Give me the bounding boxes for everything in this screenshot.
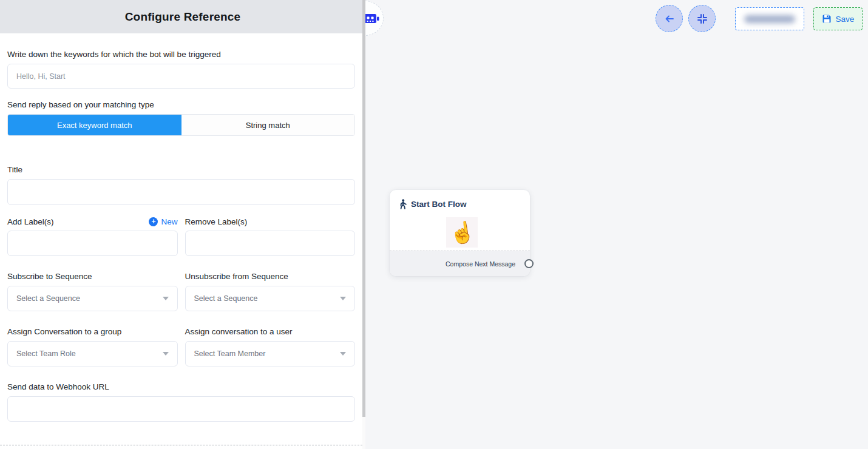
remove-labels-label: Remove Label(s) xyxy=(185,217,248,226)
assign-group-value: Select Team Role xyxy=(16,349,76,358)
subscribe-sequence-value: Select a Sequence xyxy=(16,294,80,303)
start-bot-flow-node[interactable]: Start Bot Flow ☝ Compose Next Message xyxy=(390,190,530,276)
title-input[interactable] xyxy=(7,179,355,205)
subscribe-sequence-select[interactable]: Select a Sequence xyxy=(7,286,178,311)
blurred-action-button[interactable] xyxy=(735,7,804,30)
panel-scrollbar-track[interactable] xyxy=(362,0,365,449)
walking-person-icon xyxy=(398,199,407,209)
new-label-button[interactable]: + New xyxy=(149,217,177,226)
back-button[interactable] xyxy=(656,5,683,32)
title-label: Title xyxy=(7,165,355,174)
compose-next-message-label: Compose Next Message xyxy=(446,260,515,268)
floppy-save-icon xyxy=(822,14,832,24)
robot-icon xyxy=(364,10,379,26)
flow-canvas[interactable]: Save Start Bot Flow ☝ Compose Next Messa… xyxy=(365,0,868,449)
blurred-label xyxy=(744,15,795,23)
caret-down-icon xyxy=(340,297,346,300)
matching-type-toggle: Exact keyword match String match xyxy=(7,114,355,136)
save-button-label: Save xyxy=(836,15,855,24)
subscribe-sequence-label: Subscribe to Sequence xyxy=(7,272,178,281)
webhook-url-label: Send data to Webhook URL xyxy=(7,382,355,391)
unsubscribe-sequence-select[interactable]: Select a Sequence xyxy=(185,286,356,311)
plus-icon: + xyxy=(149,217,158,226)
hand-pointer-icon: ☝ xyxy=(448,220,476,245)
panel-body: Write down the keywords for which the bo… xyxy=(0,50,365,422)
node-footer: Compose Next Message xyxy=(390,251,530,276)
remove-labels-input[interactable] xyxy=(185,231,356,256)
compress-view-button[interactable] xyxy=(688,5,716,32)
panel-header: Configure Reference xyxy=(0,0,365,33)
webhook-url-input[interactable] xyxy=(7,396,355,422)
toggle-exact-keyword-match[interactable]: Exact keyword match xyxy=(8,115,181,135)
new-label-text: New xyxy=(161,217,177,226)
caret-down-icon xyxy=(163,297,169,300)
assign-user-label: Assign conversation to a user xyxy=(185,327,356,336)
caret-down-icon xyxy=(163,352,169,356)
assign-group-select[interactable]: Select Team Role xyxy=(7,341,178,366)
assign-user-select[interactable]: Select Team Member xyxy=(185,341,356,366)
cursor-overlay: ☝ xyxy=(446,217,478,248)
panel-scrollbar-thumb[interactable] xyxy=(362,0,365,417)
unsubscribe-sequence-value: Select a Sequence xyxy=(194,294,258,303)
node-title: Start Bot Flow xyxy=(411,200,467,209)
keywords-input[interactable] xyxy=(7,64,355,89)
compress-arrows-icon xyxy=(697,13,708,24)
node-header: Start Bot Flow xyxy=(390,190,530,209)
add-labels-label: Add Label(s) xyxy=(7,217,54,226)
assign-group-label: Assign Conversation to a group xyxy=(7,327,178,336)
connection-handle[interactable] xyxy=(524,259,534,268)
toggle-string-match[interactable]: String match xyxy=(181,115,355,135)
keywords-label: Write down the keywords for which the bo… xyxy=(7,50,355,59)
configure-reference-panel: Configure Reference Write down the keywo… xyxy=(0,0,365,449)
panel-title: Configure Reference xyxy=(125,10,241,24)
save-button[interactable]: Save xyxy=(813,7,863,30)
add-labels-input[interactable] xyxy=(7,231,178,256)
arrow-left-icon xyxy=(663,12,676,25)
unsubscribe-sequence-label: Unsubscribe from Sequence xyxy=(185,272,356,281)
matching-type-label: Send reply based on your matching type xyxy=(7,100,355,109)
panel-bottom-divider xyxy=(0,445,362,445)
assign-user-value: Select Team Member xyxy=(194,349,266,358)
caret-down-icon xyxy=(340,352,346,356)
